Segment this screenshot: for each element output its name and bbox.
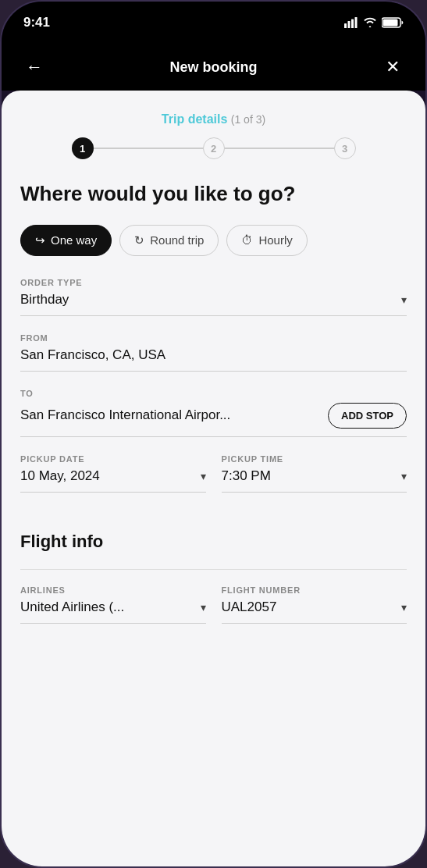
battery-icon (382, 17, 404, 28)
airlines-label: AIRLINES (20, 585, 206, 595)
step-line-1 (94, 148, 203, 149)
datetime-row: PICKUP DATE 10 May, 2024 ▾ PICKUP TIME 7… (20, 454, 407, 510)
svg-rect-0 (344, 23, 347, 28)
hourly-icon: ⏱ (241, 233, 253, 247)
flight-info-divider (20, 569, 407, 571)
pickup-time-chevron: ▾ (401, 470, 407, 482)
from-label: FROM (20, 333, 407, 343)
to-label: TO (20, 389, 407, 398)
order-type-chevron: ▾ (401, 293, 407, 306)
pickup-time-value[interactable]: 7:30 PM ▾ (222, 468, 407, 493)
signal-icon (344, 17, 358, 28)
flight-info-section: Flight info AIRLINES United Airlines (..… (20, 532, 407, 642)
one-way-icon: ↪ (35, 233, 45, 247)
airlines-row: AIRLINES United Airlines (... ▾ FLIGHT N… (20, 585, 407, 641)
flight-info-heading: Flight info (20, 532, 407, 552)
close-button[interactable]: ✕ (379, 53, 407, 81)
svg-rect-2 (351, 20, 354, 29)
status-time: 9:41 (23, 15, 50, 30)
nav-bar: ← New booking ✕ (2, 44, 425, 91)
flight-number-value[interactable]: UAL2057 ▾ (222, 599, 407, 624)
one-way-button[interactable]: ↪ One way (20, 225, 112, 256)
wifi-icon (363, 17, 377, 28)
step-2: 2 (203, 137, 225, 159)
main-heading: Where would you like to go? (20, 181, 407, 208)
step-1: 1 (72, 137, 94, 159)
progress-title: Trip details (1 of 3) (20, 112, 407, 126)
round-trip-button[interactable]: ↻ Round trip (119, 225, 219, 256)
hourly-button[interactable]: ⏱ Hourly (226, 225, 307, 256)
phone-frame: 9:41 ← New booking (0, 0, 427, 868)
pickup-time-field: PICKUP TIME 7:30 PM ▾ (222, 454, 407, 493)
pickup-date-label: PICKUP DATE (20, 454, 206, 464)
order-type-value[interactable]: Birthday ▾ (20, 292, 407, 316)
hourly-label: Hourly (258, 233, 292, 247)
round-trip-icon: ↻ (134, 233, 144, 247)
pickup-date-value[interactable]: 10 May, 2024 ▾ (20, 468, 206, 493)
step-3: 3 (334, 137, 356, 159)
one-way-label: One way (51, 233, 97, 247)
flight-number-field: FLIGHT NUMBER UAL2057 ▾ (222, 585, 407, 624)
flight-number-chevron: ▾ (401, 601, 407, 614)
order-type-label: ORDER TYPE (20, 278, 407, 287)
airlines-value[interactable]: United Airlines (... ▾ (20, 599, 206, 624)
to-field: TO San Francisco International Airpor...… (20, 389, 407, 437)
main-content: Trip details (1 of 3) 1 2 3 Where would … (2, 91, 425, 866)
step-line-2 (225, 148, 334, 149)
progress-section: Trip details (1 of 3) 1 2 3 (20, 112, 407, 159)
status-icons (344, 17, 404, 28)
airlines-field: AIRLINES United Airlines (... ▾ (20, 585, 206, 624)
page-title: New booking (170, 59, 258, 76)
trip-type-selector: ↪ One way ↻ Round trip ⏱ Hourly (20, 225, 407, 256)
progress-steps: 1 2 3 (20, 137, 407, 159)
pickup-date-chevron: ▾ (201, 470, 206, 482)
progress-subtitle: (1 of 3) (231, 113, 265, 126)
svg-rect-5 (383, 20, 398, 27)
pickup-time-label: PICKUP TIME (222, 454, 407, 464)
dynamic-island (167, 12, 261, 39)
pickup-date-field: PICKUP DATE 10 May, 2024 ▾ (20, 454, 206, 493)
airlines-chevron: ▾ (201, 601, 206, 614)
svg-rect-1 (348, 21, 350, 28)
svg-rect-3 (355, 17, 358, 28)
from-value[interactable]: San Francisco, CA, USA (20, 347, 407, 372)
from-field: FROM San Francisco, CA, USA (20, 333, 407, 372)
round-trip-label: Round trip (150, 233, 204, 247)
add-stop-button[interactable]: ADD STOP (328, 403, 407, 429)
order-type-field: ORDER TYPE Birthday ▾ (20, 278, 407, 316)
flight-number-label: FLIGHT NUMBER (222, 585, 407, 595)
back-button[interactable]: ← (20, 53, 48, 81)
to-value[interactable]: San Francisco International Airpor... AD… (20, 403, 407, 437)
